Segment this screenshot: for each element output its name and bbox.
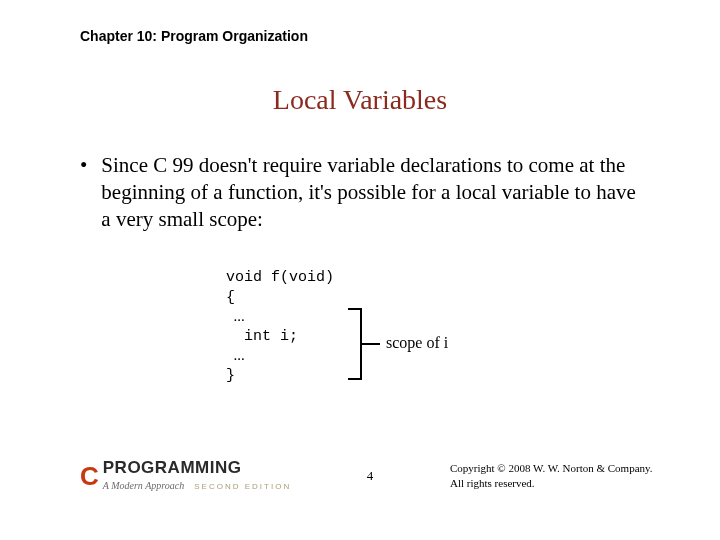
- code-figure: void f(void) { ... int i; ... }: [226, 268, 334, 385]
- logo-edition: SECOND EDITION: [194, 482, 291, 491]
- copyright: Copyright © 2008 W. W. Norton & Company.…: [450, 461, 660, 490]
- code-line: ...: [226, 346, 334, 366]
- scope-bracket-tick: [362, 343, 380, 345]
- bullet-text: Since C 99 doesn't require variable decl…: [101, 152, 650, 233]
- logo-programming: PROGRAMMING: [103, 459, 291, 476]
- chapter-label: Chapter 10: Program Organization: [80, 28, 308, 44]
- code-line: }: [226, 366, 334, 386]
- bullet-item: • Since C 99 doesn't require variable de…: [80, 152, 650, 233]
- slide-title: Local Variables: [0, 84, 720, 116]
- scope-label: scope of i: [386, 334, 448, 352]
- logo-subtitle: A Modern Approach: [103, 480, 184, 491]
- code-line: {: [226, 288, 334, 308]
- code-line: int i;: [226, 327, 334, 347]
- book-logo: C PROGRAMMING A Modern Approach SECOND E…: [80, 459, 291, 492]
- scope-bracket: [350, 308, 362, 380]
- footer: C PROGRAMMING A Modern Approach SECOND E…: [80, 459, 660, 492]
- code-line: void f(void): [226, 268, 334, 288]
- logo-c-letter: C: [80, 463, 99, 489]
- page-number: 4: [367, 468, 374, 484]
- bullet-marker: •: [80, 152, 87, 233]
- code-line: ...: [226, 307, 334, 327]
